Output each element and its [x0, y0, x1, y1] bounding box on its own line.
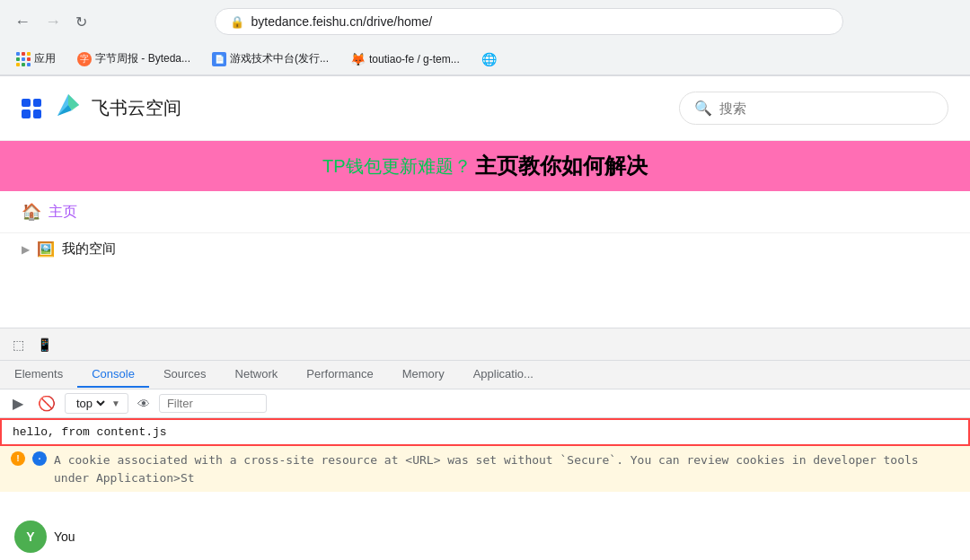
devtools-tabs: Elements Console Sources Network Perform… [0, 361, 970, 389]
console-content: hello, from content.js ! · A cookie asso… [0, 418, 970, 560]
chevron-right-icon: ▶ [22, 243, 30, 256]
search-input[interactable] [719, 101, 899, 116]
feishu-plane-icon [52, 89, 84, 127]
lock-icon: 🔒 [230, 15, 244, 29]
console-warning-line: ! · A cookie associated with a cross-sit… [0, 446, 970, 492]
bookmark-zijie-label: 字节周报 - Byteda... [95, 51, 190, 66]
console-eye-button[interactable]: 👁 [132, 395, 155, 413]
filter-input[interactable] [159, 394, 267, 413]
feishu-logo: 飞书云空间 [22, 89, 181, 127]
tab-elements[interactable]: Elements [0, 362, 77, 388]
games-favicon: 📄 [212, 52, 226, 66]
feishu-logo-text: 飞书云空间 [92, 96, 181, 120]
banner-black-text: 主页教你如何解决 [475, 152, 648, 180]
search-icon: 🔍 [694, 100, 712, 117]
console-block-button[interactable]: 🚫 [32, 391, 61, 416]
tab-performance[interactable]: Performance [292, 362, 387, 388]
apps-grid-icon [16, 52, 31, 66]
refresh-icon: ↻ [75, 13, 87, 31]
block-icon: 🚫 [38, 395, 56, 412]
console-log-line: hello, from content.js [0, 418, 970, 446]
console-toolbar: ▶ 🚫 top ▼ 👁 [0, 389, 970, 418]
bookmarks-bar: 应用 字 字节周报 - Byteda... 📄 游戏技术中台(发行... 🦊 t… [0, 43, 970, 75]
bookmark-games-label: 游戏技术中台(发行... [230, 51, 329, 66]
warning-dot: · [32, 451, 47, 466]
tab-application[interactable]: Applicatio... [459, 362, 548, 388]
eye-icon: 👁 [137, 397, 150, 411]
devtools-device-button[interactable]: 📱 [31, 334, 57, 355]
bookmark-games[interactable]: 📄 游戏技术中台(发行... [207, 49, 334, 68]
nav-bar: ← → ↻ 🔒 bytedance.feishu.cn/drive/home/ [0, 0, 970, 43]
bookmark-zijie[interactable]: 字 字节周报 - Byteda... [72, 49, 196, 68]
forward-icon: → [45, 13, 61, 31]
warning-icon: ! [11, 451, 25, 466]
device-icon: 📱 [37, 337, 52, 352]
feishu-header: 飞书云空间 🔍 [0, 76, 970, 141]
refresh-button[interactable]: ↻ [72, 10, 91, 34]
console-play-button[interactable]: ▶ [7, 391, 29, 416]
pink-banner: TP钱包更新难题？ 主页教你如何解决 [0, 141, 970, 191]
devtools-inspect-button[interactable]: ⬚ [7, 334, 30, 355]
feishu-nav[interactable]: 🏠 主页 [0, 191, 970, 233]
forward-button[interactable]: → [41, 9, 65, 35]
url-text: bytedance.feishu.cn/drive/home/ [251, 14, 433, 29]
my-space-icon: 🖼️ [37, 241, 55, 258]
user-area: Y You [0, 513, 90, 560]
tab-network[interactable]: Network [221, 362, 293, 388]
feishu-grid-icon [22, 99, 41, 118]
tab-memory[interactable]: Memory [388, 362, 459, 388]
console-log-text: hello, from content.js [13, 425, 167, 439]
inspect-icon: ⬚ [13, 337, 24, 352]
tab-console[interactable]: Console [77, 362, 149, 388]
bookmark-apps-label: 应用 [34, 51, 56, 66]
bookmark-apps[interactable]: 应用 [11, 49, 61, 68]
gitlab-favicon: 🦊 [350, 52, 366, 66]
user-name: You [54, 529, 75, 544]
home-label: 主页 [48, 203, 77, 222]
my-space[interactable]: ▶ 🖼️ 我的空间 [0, 233, 970, 265]
my-space-label: 我的空间 [62, 241, 116, 258]
back-icon: ← [14, 13, 31, 31]
devtools-toolbar: ⬚ 📱 [0, 328, 970, 361]
banner-green-text: TP钱包更新难题？ [322, 154, 472, 179]
bookmark-gitlab[interactable]: 🦊 toutiao-fe / g-tem... [345, 50, 465, 68]
page-content: 飞书云空间 🔍 TP钱包更新难题？ 主页教你如何解决 🏠 主页 ▶ 🖼️ 我的空… [0, 76, 970, 328]
browser-chrome: ← → ↻ 🔒 bytedance.feishu.cn/drive/home/ [0, 0, 970, 76]
bookmark-globe[interactable]: 🌐 [476, 50, 502, 68]
tab-sources[interactable]: Sources [149, 362, 221, 388]
home-icon: 🏠 [22, 202, 41, 222]
bookmark-gitlab-label: toutiao-fe / g-tem... [369, 53, 460, 66]
globe-favicon: 🌐 [481, 52, 497, 66]
search-bar[interactable]: 🔍 [679, 92, 948, 125]
console-context-select[interactable]: top [73, 396, 108, 411]
address-bar[interactable]: 🔒 bytedance.feishu.cn/drive/home/ [215, 8, 843, 35]
play-icon: ▶ [13, 395, 23, 412]
console-context-wrapper[interactable]: top ▼ [65, 393, 128, 414]
user-avatar: Y [14, 521, 47, 553]
zijie-favicon: 字 [77, 52, 92, 66]
console-warning-text: A cookie associated with a cross-site re… [54, 451, 959, 486]
devtools-panel: ⬚ 📱 Elements Console Sources Network Per… [0, 328, 970, 560]
back-button[interactable]: ← [11, 9, 34, 35]
dropdown-icon: ▼ [111, 398, 120, 408]
